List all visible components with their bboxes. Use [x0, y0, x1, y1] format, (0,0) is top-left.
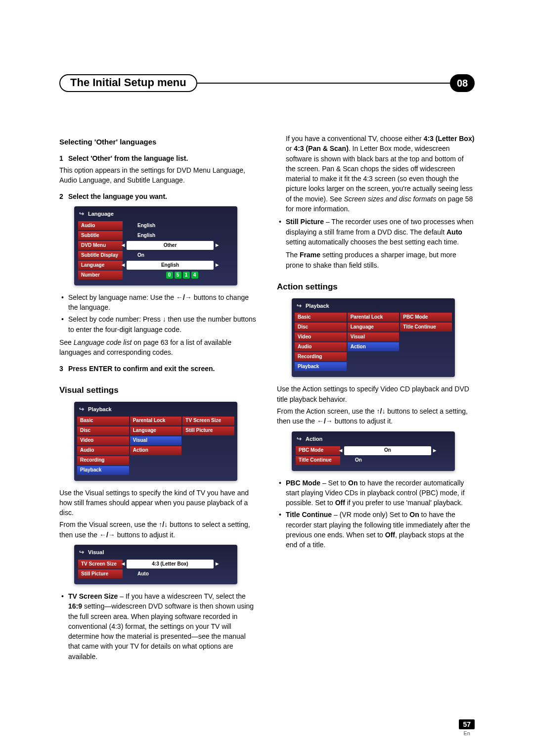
visual-p1: Use the Visual settings to specify the k… [59, 488, 257, 518]
osd-playback-action-panel: Playback BasicParental LockPBC Mode Disc… [292, 298, 455, 378]
bullet-tv-screen-size: TV Screen Size – If you have a widescree… [68, 591, 257, 662]
see-language-code-list: See Language code list on page 63 for a … [59, 337, 257, 358]
osd-language-panel: Language AudioEnglish SubtitleEnglish DV… [74, 206, 237, 285]
right-column: If you have a conventional TV, choose ei… [277, 132, 475, 664]
osd-language-title: Language [74, 209, 237, 221]
chapter-title-pill: The Initial Setup menu [59, 74, 197, 92]
up-down-arrow-icon: ↑/↓ [377, 407, 386, 415]
visual-settings-heading: Visual settings [59, 384, 257, 397]
frame-note: The Frame setting produces a sharper ima… [277, 250, 475, 270]
left-right-arrow-icon: ←/→ [176, 293, 192, 301]
osd-dvdmenu-value[interactable]: Other [127, 241, 214, 250]
down-arrow-icon: ↓ [163, 315, 166, 323]
step-3: 3Press ENTER to confirm and exit the scr… [59, 364, 257, 374]
osd-language-value[interactable]: English [127, 261, 214, 270]
title-rule [196, 83, 451, 84]
bullet-title-continue: Title Continue – (VR mode only) Set to O… [286, 510, 475, 550]
left-right-arrow-icon: ←/→ [99, 531, 115, 539]
visual-p2: From the Visual screen, use the ↑/↓ butt… [59, 520, 257, 540]
step-1: 1Select 'Other' from the language list. [59, 153, 257, 163]
bullet-select-by-name: Select by language name: Use the ←/→ but… [68, 292, 257, 313]
left-column: Selecting 'Other' languages 1Select 'Oth… [59, 132, 257, 664]
osd-visual-panel: Visual TV Screen Size4:3 (Letter Box) St… [74, 545, 237, 584]
page-number: 57 [459, 719, 475, 729]
action-p2: From the Action screen, use the ↑/↓ butt… [277, 406, 475, 426]
selecting-other-heading: Selecting 'Other' languages [59, 137, 257, 147]
osd-pbc-value[interactable]: On [344, 446, 431, 455]
chapter-title: The Initial Setup menu [70, 76, 186, 89]
action-settings-heading: Action settings [277, 281, 475, 293]
language-select-bullets: Select by language name: Use the ←/→ but… [59, 292, 257, 334]
chapter-title-bar: The Initial Setup menu 08 [59, 74, 475, 92]
osd-tvsize-value[interactable]: 4:3 (Letter Box) [127, 560, 214, 568]
bullet-select-by-code: Select by code number: Press ↓ then use … [68, 314, 257, 334]
up-down-arrow-icon: ↑/↓ [159, 520, 168, 528]
action-p1: Use the Action settings to specify Video… [277, 384, 475, 404]
page-footer: 57 En [459, 719, 475, 736]
osd-number-value: 0 5 1 4 [123, 271, 233, 280]
osd-playback-visual-panel: Playback BasicParental LockTV Screen Siz… [74, 402, 237, 481]
chapter-number-badge: 08 [450, 74, 475, 92]
step-2: 2Select the language you want. [59, 191, 257, 201]
bullet-pbc-mode: PBC Mode – Set to On to have the recorde… [286, 478, 475, 508]
osd-action-panel: Action PBC ModeOn Title ContinueOn [292, 431, 455, 471]
bullet-still-picture: Still Picture – The recorder uses one of… [286, 217, 475, 247]
conventional-tv-p: If you have a conventional TV, choose ei… [277, 134, 475, 214]
left-right-arrow-icon: ←/→ [317, 417, 333, 425]
page-language: En [459, 730, 475, 736]
step-1-body: This option appears in the settings for … [59, 165, 257, 186]
